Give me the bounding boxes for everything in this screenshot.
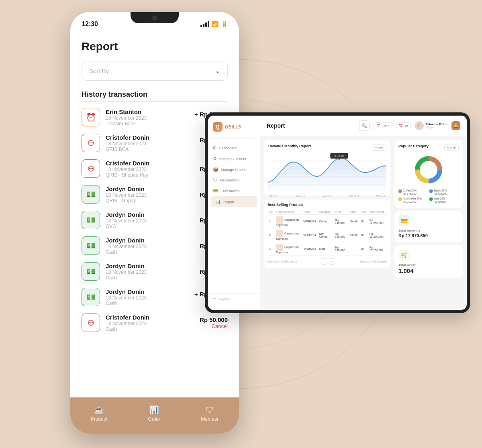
sidebar-item-dashboard[interactable]: ⊞ Dashboard	[208, 143, 260, 153]
trans-date: 18 November 2023	[106, 244, 194, 249]
best-selling-title: Best Selling Product	[268, 203, 387, 207]
legend-noncoffee-text: Non Coffee 25%Rp 210.000	[403, 197, 422, 204]
sidebar-item-manage-account[interactable]: ⚙ Manage Account	[208, 153, 260, 164]
legend-snack-text: Snack 25%Rp 535.000	[434, 189, 447, 196]
trans-value: Rp 50.000	[200, 316, 228, 323]
sidebar-item-membership[interactable]: 🛡 Membership	[208, 175, 260, 185]
table-pagination: Showing 4 of 100 result ‹ › Showing 4 of…	[268, 258, 387, 265]
cell-sold: 50	[359, 228, 368, 242]
trans-name: Jordyn Donin	[106, 237, 194, 244]
cell-size: Small	[349, 215, 359, 228]
trans-name: Cristofer Donin	[106, 314, 194, 321]
trans-method: Cash	[106, 326, 194, 332]
phone-camera	[152, 15, 157, 21]
legend-coffee: Coffee 25%Rp 678.000	[398, 189, 428, 196]
next-page-button[interactable]: ›	[329, 258, 335, 265]
cell-no: 1	[268, 215, 274, 228]
trans-info: Jordyn Donin 18 November 2023 Cash	[106, 263, 194, 281]
total-order-card: 🛒 Total Order 1.004	[394, 245, 463, 278]
sidebar-item-manage-product[interactable]: 📦 Manage Product	[208, 164, 260, 175]
nav-item-order[interactable]: 📊 Order	[148, 405, 160, 422]
trans-date: 18 November 2023	[106, 192, 194, 198]
revenue-label: Total Revenue	[398, 229, 459, 232]
logout-icon: ↩	[213, 297, 216, 301]
trans-method: Transfer Bank	[106, 121, 189, 126]
section-title: History transaction	[82, 90, 228, 99]
sidebar-item-transaction[interactable]: 💳 Transaction	[208, 185, 260, 196]
logo-text: QBILLS	[225, 124, 241, 129]
trans-method: Cash	[106, 249, 194, 255]
order-value: 1.004	[398, 267, 459, 274]
trans-date: 18 November 2023	[106, 295, 189, 301]
logo-icon: Q	[213, 122, 223, 132]
order-icon-card: 🛒	[398, 249, 410, 261]
total-revenue-card: 💳 Total Revenue Rp 17.870.650	[394, 211, 463, 242]
nav-label-member: Member	[201, 416, 219, 422]
trans-icon-cancel3: ⊖	[82, 314, 100, 332]
signal-icon	[200, 21, 209, 27]
chevron-down-icon: ⌄	[215, 67, 220, 75]
cell-no: 2	[268, 228, 274, 242]
month-selector[interactable]: Month	[372, 145, 386, 151]
user-name: Primana Putra	[426, 122, 447, 126]
sidebar-item-report[interactable]: 📊 Report	[210, 196, 257, 207]
trans-info: Cristofer Donin 18 November 2023 Cash	[106, 314, 194, 332]
notification-button[interactable]: 🔔	[451, 121, 460, 130]
cell-name: Cappuccino Espresso	[274, 228, 302, 242]
trans-name: Cristofer Donin	[106, 134, 194, 141]
cell-price: Rp 145.000	[333, 215, 349, 228]
legend-noncoffee: Non Coffee 25%Rp 210.000	[398, 197, 428, 204]
col-category: Category	[317, 209, 333, 215]
col-price: Price	[333, 209, 349, 215]
popular-category-title: Popular Category	[398, 144, 429, 148]
member-icon: 🛡	[206, 405, 214, 415]
chart-controls: Revenue Monthly Report Month	[268, 144, 386, 151]
trans-amount: Rp 50.000 Cancel	[200, 316, 228, 329]
to-label: To	[404, 124, 408, 128]
trans-icon-pending: ⏰	[82, 108, 100, 126]
cell-sold: 50	[359, 215, 368, 228]
from-date-filter[interactable]: 📅 From	[374, 122, 392, 129]
tablet-mockup: Q QBILLS ⊞ Dashboard ⚙ Manage Account 📦 …	[205, 112, 470, 313]
tablet-page-title: Report	[267, 122, 285, 129]
tablet-header-right: 🔍 📅 From 📅 To P Primana Putra Admin 🔔	[359, 120, 460, 131]
legend-snack: Snack 25%Rp 535.000	[429, 189, 459, 196]
revenue-icon: 💳	[398, 215, 410, 226]
nav-item-product[interactable]: ☕ Product	[91, 405, 107, 422]
order-icon: 📊	[149, 405, 159, 415]
to-date-filter[interactable]: 📅 To	[396, 122, 411, 129]
tablet-header: Report 🔍 📅 From 📅 To P Primana Putra Adm…	[260, 116, 467, 136]
trans-name: Jordyn Donin	[106, 263, 194, 269]
membership-icon: 🛡	[213, 178, 217, 183]
prev-page-button[interactable]: ‹	[321, 258, 327, 265]
pagination-text2: Showing 4 of 10 result	[359, 260, 387, 263]
table-row: 1 Cappuccino Espresso VFGH234 Coffee Rp …	[268, 215, 387, 228]
cell-name: Cappuccino Espresso	[274, 215, 302, 228]
battery-icon: 🔋	[221, 21, 228, 27]
svg-text:Rp 479.000: Rp 479.000	[335, 155, 344, 157]
trans-name: Jordyn Donin	[106, 185, 194, 192]
sidebar-label-report: Report	[223, 200, 234, 204]
trans-method: Cash	[106, 301, 189, 306]
nav-item-member[interactable]: 🛡 Member	[201, 405, 219, 422]
trans-method: Cash	[106, 275, 194, 281]
donut-legend: Coffee 25%Rp 678.000 Snack 25%Rp 535.000…	[398, 189, 459, 204]
trans-name: Jordyn Donin	[106, 211, 194, 218]
order-label: Total Order	[398, 263, 459, 267]
tablet-left-panel: Revenue Monthly Report Month	[264, 140, 390, 306]
revenue-chart-card: Revenue Monthly Report Month	[264, 140, 390, 196]
legend-meal: Meal 25%Rp 89.000	[429, 197, 459, 204]
trans-method: QRIS - Gopay	[106, 198, 194, 204]
sort-dropdown[interactable]: Sort By ⌄	[82, 61, 228, 81]
trans-info: Jordyn Donin 18 November 2023 Cash	[106, 288, 189, 306]
cell-sold: 50	[359, 242, 368, 256]
transaction-item[interactable]: ⊖ Cristofer Donin 18 November 2023 Cash …	[82, 314, 228, 332]
nav-label-order: Order	[148, 416, 160, 422]
status-badge: Cancel	[200, 323, 228, 329]
sidebar-logout[interactable]: ↩ Logout	[208, 293, 260, 303]
search-button[interactable]: 🔍	[359, 120, 370, 131]
avatar: P	[415, 121, 424, 130]
popular-month-selector[interactable]: Month	[444, 145, 459, 151]
product-icon: ☕	[94, 405, 104, 415]
trans-icon-cash3: 💵	[82, 236, 100, 255]
